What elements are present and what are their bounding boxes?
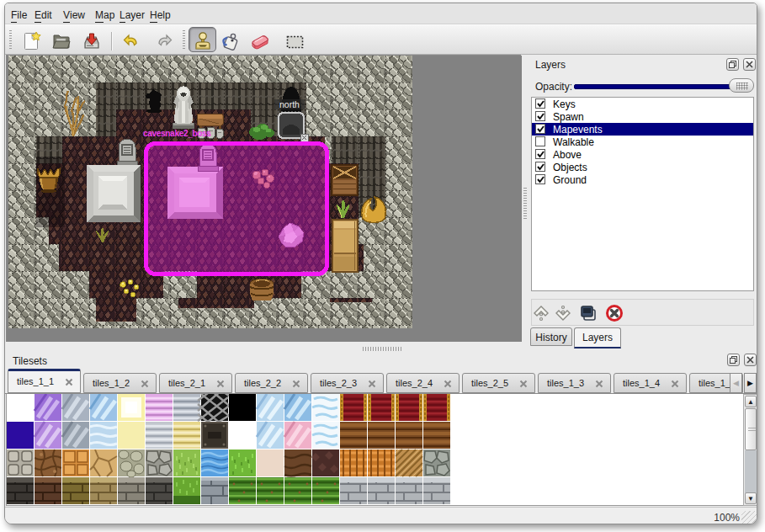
svg-text:cavesnake2_boss: cavesnake2_boss (143, 129, 211, 138)
svg-text:north: north (279, 99, 300, 109)
